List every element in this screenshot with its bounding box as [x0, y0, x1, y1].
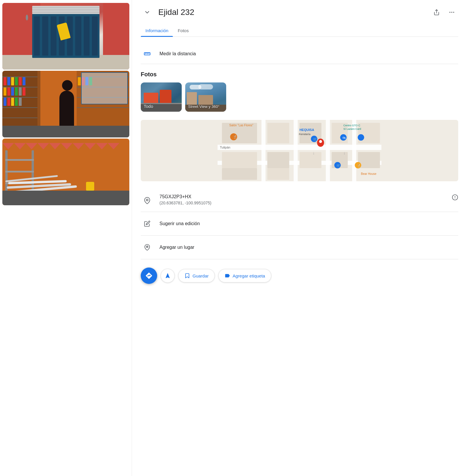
bottom-action-bar: Guardar Agregar etiqueta — [141, 262, 458, 287]
add-label-button[interactable]: Agregar etiqueta — [218, 269, 271, 282]
thumbnail-todo-label: Todo — [144, 104, 153, 109]
svg-text:Centro GTO C: Centro GTO C — [344, 124, 360, 127]
svg-rect-27 — [267, 168, 289, 180]
photos-section-title: Fotos — [141, 71, 458, 78]
svg-text:↓: ↓ — [344, 151, 346, 155]
plus-code-row: 75GXJ2P3+HX (20.6363781, -100.9951075) — [141, 189, 458, 212]
suggest-edit-row[interactable]: Sugerir una edición — [141, 212, 458, 236]
measure-distance-row[interactable]: Medir la distancia — [141, 44, 458, 64]
svg-point-37 — [319, 140, 322, 143]
svg-point-2 — [451, 12, 452, 13]
svg-rect-25 — [358, 152, 380, 168]
svg-point-50 — [146, 199, 148, 201]
coordinates-value: (20.6363781, -100.9951075) — [159, 201, 446, 205]
svg-text:🛍: 🛍 — [342, 136, 346, 139]
right-info-panel: Ejidal 232 Información Fotos — [132, 0, 467, 476]
info-button[interactable] — [452, 194, 458, 201]
save-label: Guardar — [193, 273, 209, 278]
svg-text:Tulipán: Tulipán — [220, 146, 231, 149]
tab-fotos[interactable]: Fotos — [173, 25, 193, 37]
svg-rect-13 — [294, 120, 298, 181]
photo-storage[interactable] — [2, 139, 129, 205]
photo-garage[interactable]: 232 — [2, 3, 129, 70]
svg-point-42 — [358, 134, 364, 141]
svg-text:🍴: 🍴 — [357, 163, 361, 168]
thumbnail-street-view-label: Street View y 360° — [188, 104, 219, 109]
svg-text:Ferretería: Ferretería — [299, 133, 311, 136]
svg-text:Bear House: Bear House — [361, 172, 377, 175]
suggest-edit-label: Sugerir una edición — [159, 221, 200, 226]
photos-section: Fotos Todo Street — [141, 71, 458, 112]
thumbnail-street-view[interactable]: Street View y 360° — [185, 82, 226, 112]
svg-text:🛒: 🛒 — [313, 137, 317, 141]
svg-rect-17 — [267, 123, 289, 143]
tab-informacion[interactable]: Información — [141, 25, 173, 37]
svg-rect-22 — [300, 152, 322, 168]
thumbnail-todo[interactable]: Todo — [141, 82, 182, 112]
svg-text:↓: ↓ — [313, 151, 315, 155]
add-place-label: Agregar un lugar — [159, 245, 194, 250]
plus-code-content: 75GXJ2P3+HX (20.6363781, -100.9951075) — [159, 194, 446, 205]
left-photo-panel: 232 — [0, 0, 132, 476]
location-pin-icon — [141, 194, 154, 207]
svg-rect-12 — [262, 120, 266, 181]
collapse-button[interactable] — [141, 6, 154, 19]
add-place-row[interactable]: Agregar un lugar — [141, 236, 458, 259]
measure-distance-label: Medir la distancia — [159, 51, 196, 56]
place-title: Ejidal 232 — [158, 8, 425, 17]
svg-point-1 — [449, 12, 451, 13]
panel-header: Ejidal 232 — [141, 6, 458, 19]
svg-text:🍴: 🍴 — [233, 134, 237, 139]
share-button[interactable] — [430, 6, 443, 19]
svg-text:🛒: 🛒 — [336, 163, 341, 168]
navigate-button[interactable] — [161, 269, 175, 283]
directions-fab-button[interactable] — [141, 268, 157, 284]
svg-text:Sí Lazaro Card: Sí Lazaro Card — [344, 127, 361, 130]
header-actions — [430, 6, 458, 19]
map-container[interactable]: Tulipán Salón "Las Flores" 🍴 HEQUISA Fer… — [141, 120, 458, 181]
svg-text:HEQUISA: HEQUISA — [300, 128, 314, 132]
tabs: Información Fotos — [141, 25, 458, 37]
save-button[interactable]: Guardar — [178, 269, 215, 282]
ruler-icon — [141, 47, 154, 60]
svg-rect-20 — [222, 152, 257, 168]
add-location-icon — [141, 241, 154, 254]
photo-thumbnails: Todo Street View y 360° — [141, 82, 458, 112]
more-options-button[interactable] — [445, 6, 458, 19]
svg-point-3 — [453, 12, 454, 13]
svg-rect-26 — [222, 168, 257, 180]
svg-text:Salón "Las Flores": Salón "Las Flores" — [229, 124, 254, 127]
svg-rect-21 — [267, 152, 289, 168]
plus-code-value: 75GXJ2P3+HX — [159, 194, 446, 199]
svg-rect-14 — [326, 120, 330, 181]
pencil-icon — [141, 217, 154, 230]
add-label-label: Agregar etiqueta — [233, 273, 265, 278]
photo-interior[interactable] — [2, 71, 129, 137]
svg-rect-10 — [218, 145, 382, 150]
